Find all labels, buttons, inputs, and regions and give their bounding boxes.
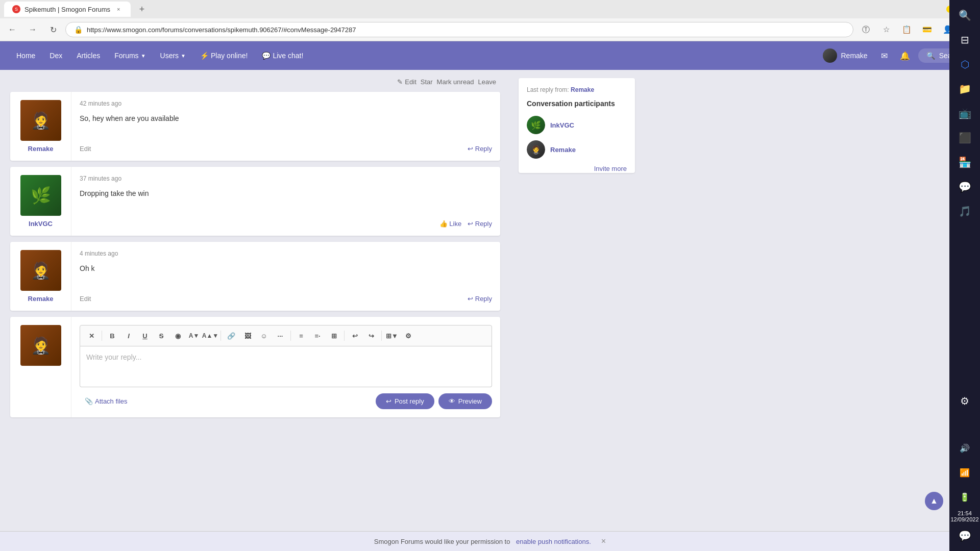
taskbar-ms-store-icon[interactable]: 🏪 — [953, 151, 976, 173]
msg-reply-link[interactable]: ↩ Reply — [468, 295, 492, 303]
message-content-col: 42 minutes ago So, hey when are you avai… — [71, 92, 500, 161]
nav-articles[interactable]: Articles — [70, 47, 106, 64]
nav-chat[interactable]: 💬 Live chat! — [256, 47, 309, 64]
notification-link[interactable]: enable push notifications. — [516, 538, 591, 545]
taskbar-battery-icon[interactable]: 🔋 — [953, 486, 976, 508]
nav-right: Remake ✉ 🔔 🔍 Search — [818, 45, 970, 66]
edit-link[interactable]: ✎ Edit — [397, 78, 416, 86]
msg-reply-link[interactable]: ↩ Reply — [468, 220, 492, 228]
message-author-col: 🤵 Remake — [10, 242, 71, 311]
new-tab-button[interactable]: + — [135, 2, 149, 16]
notification-close-button[interactable]: × — [601, 537, 606, 546]
nav-home[interactable]: Home — [10, 47, 41, 64]
editor-body[interactable]: Write your reply... — [80, 346, 492, 387]
participant-name-inkvgc[interactable]: InkVGC — [550, 121, 574, 129]
url-display: https://www.smogon.com/forums/conversati… — [87, 26, 845, 34]
taskbar-twitch-icon[interactable]: 📺 — [953, 102, 976, 124]
author-avatar: 🌿 — [20, 175, 61, 216]
back-to-top-button[interactable]: ▲ — [925, 492, 943, 510]
toolbar-italic[interactable]: I — [121, 329, 136, 343]
nav-forums[interactable]: Forums ▼ — [108, 47, 152, 64]
taskbar-minecraft-icon[interactable]: ⬛ — [953, 127, 976, 149]
edit-icon: ✎ — [397, 78, 403, 86]
taskbar-chat-icon[interactable]: 💬 — [953, 524, 976, 547]
wallet-icon[interactable]: 💳 — [919, 21, 935, 38]
toolbar-underline[interactable]: U — [138, 329, 152, 343]
toolbar-list[interactable]: ≡· — [310, 329, 325, 343]
toolbar-highlight[interactable]: ◉ — [170, 329, 185, 343]
post-reply-button[interactable]: ↩ Post reply — [376, 393, 434, 409]
toolbar-font-color[interactable]: A▼ — [187, 329, 201, 343]
attach-files-button[interactable]: 📎 Attach files — [80, 394, 133, 408]
mail-icon[interactable]: ✉ — [877, 47, 892, 65]
chat-icon: 💬 — [262, 52, 271, 60]
message-text: Dropping take the win — [80, 188, 492, 212]
participant-remake[interactable]: 🤵 Remake — [527, 140, 627, 159]
msg-edit-link[interactable]: Edit — [80, 145, 91, 153]
taskbar-spotify-icon[interactable]: 🎵 — [953, 200, 976, 222]
toolbar-separator — [344, 331, 345, 341]
collections-icon[interactable]: 📋 — [898, 21, 915, 38]
toolbar-font-size[interactable]: A▲▼ — [203, 329, 217, 343]
toolbar-bold[interactable]: B — [105, 329, 119, 343]
participant-name-remake[interactable]: Remake — [550, 146, 576, 154]
last-reply-label: Last reply from: Remake — [527, 86, 594, 93]
notification-text: Smogon Forums would like your permission… — [374, 538, 510, 545]
toolbar-insert[interactable]: ⊞▼ — [385, 329, 399, 343]
toolbar-redo[interactable]: ↪ — [364, 329, 378, 343]
toolbar-more[interactable]: ··· — [273, 329, 287, 343]
toolbar-align[interactable]: ≡ — [294, 329, 308, 343]
toolbar-image[interactable]: 🖼 — [240, 329, 255, 343]
msg-actions-left: Edit — [80, 295, 91, 303]
browser-tab[interactable]: S Spikemuth | Smogon Forums × — [4, 2, 131, 17]
editor-toolbar: ✕ B I U S ◉ A▼ A▲▼ 🔗 🖼 ☺ ··· — [80, 325, 492, 346]
taskbar-edge-icon[interactable]: ⬡ — [953, 53, 976, 76]
taskbar-search-icon[interactable]: 🔍 — [953, 4, 976, 27]
nav-users[interactable]: Users ▼ — [154, 47, 192, 64]
refresh-button[interactable]: ↻ — [45, 21, 61, 38]
taskbar-task-view-icon[interactable]: ⊟ — [953, 29, 976, 51]
mark-unread-link[interactable]: Mark unread — [437, 78, 474, 86]
preview-button[interactable]: 👁 Preview — [438, 393, 492, 409]
toolbar-undo[interactable]: ↩ — [348, 329, 362, 343]
translate-icon[interactable]: Ⓣ — [857, 21, 874, 38]
toolbar-eraser[interactable]: ✕ — [84, 329, 99, 343]
forward-button[interactable]: → — [24, 21, 41, 38]
msg-reply-link[interactable]: ↩ Reply — [468, 145, 492, 153]
author-name[interactable]: Remake — [18, 295, 63, 303]
taskbar-volume-icon[interactable]: 🔊 — [953, 437, 976, 459]
taskbar-files-icon[interactable]: 📁 — [953, 78, 976, 100]
toolbar-emoji[interactable]: ☺ — [257, 329, 271, 343]
taskbar-wifi-icon[interactable]: 📶 — [953, 461, 976, 484]
invite-more-link[interactable]: Invite more — [594, 165, 627, 172]
author-name[interactable]: InkVGC — [18, 220, 63, 228]
toolbar-table[interactable]: ⊞ — [327, 329, 341, 343]
favorites-icon[interactable]: ☆ — [878, 21, 894, 38]
back-button[interactable]: ← — [4, 21, 20, 38]
address-bar[interactable]: 🔒 https://www.smogon.com/forums/conversa… — [65, 22, 853, 37]
msg-edit-link[interactable]: Edit — [80, 295, 91, 303]
star-link[interactable]: Star — [421, 78, 433, 86]
toolbar-strikethrough[interactable]: S — [154, 329, 168, 343]
msg-actions-right: ↩ Reply — [468, 145, 492, 153]
author-name[interactable]: Remake — [18, 145, 63, 153]
participant-inkvgc[interactable]: 🌿 InkVGC — [527, 116, 627, 134]
message-timestamp: 42 minutes ago — [80, 100, 492, 107]
toolbar-link[interactable]: 🔗 — [224, 329, 238, 343]
toolbar-settings[interactable]: ⚙ — [401, 329, 415, 343]
nav-play[interactable]: ⚡ Play online! — [194, 47, 254, 64]
taskbar-settings-icon[interactable]: ⚙ — [953, 390, 976, 412]
editor-author-col: 🤵 — [10, 317, 71, 417]
taskbar-divider — [965, 414, 965, 435]
main-area: ✎ Edit Star Mark unread Leave — [0, 70, 980, 531]
tab-close-button[interactable]: × — [114, 5, 122, 13]
msg-like-link[interactable]: 👍 Like — [439, 220, 461, 228]
username-display: Remake — [841, 52, 868, 60]
taskbar-discord-icon[interactable]: 💬 — [953, 176, 976, 198]
message-timestamp: 37 minutes ago — [80, 175, 492, 182]
notifications-icon[interactable]: 🔔 — [896, 47, 914, 65]
msg-actions-right: ↩ Reply — [468, 295, 492, 303]
leave-link[interactable]: Leave — [478, 78, 496, 86]
nav-dex[interactable]: Dex — [43, 47, 68, 64]
user-menu-button[interactable]: Remake — [818, 45, 873, 66]
